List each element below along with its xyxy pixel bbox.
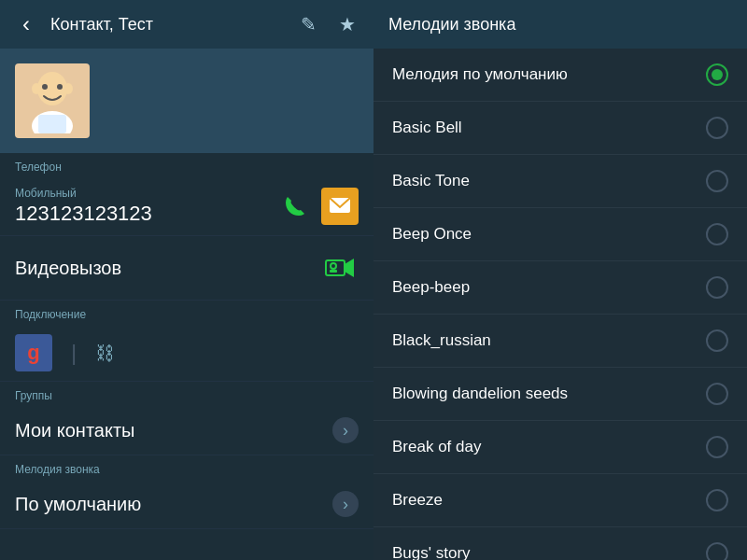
ringtone-list-item[interactable]: Black_russian — [374, 315, 747, 368]
ringtone-header-title: Мелодии звонка — [388, 15, 515, 35]
video-call-row[interactable]: Видеовызов — [0, 236, 374, 301]
top-bar: ‹ Контакт, Тест ✎ ★ — [0, 0, 374, 49]
ringtone-item-label: Blowing dandelion seeds — [392, 385, 706, 403]
contact-header — [0, 49, 374, 153]
svg-point-4 — [42, 84, 48, 90]
message-button[interactable] — [321, 188, 359, 225]
ringtone-list-item[interactable]: Breeze — [374, 474, 747, 527]
call-button[interactable] — [276, 188, 314, 225]
ringtone-item-label: Basic Tone — [392, 172, 706, 190]
video-call-label: Видеовызов — [15, 258, 314, 279]
radio-button[interactable] — [706, 436, 728, 458]
group-row[interactable]: Мои контакты › — [0, 406, 374, 455]
svg-point-5 — [57, 84, 63, 90]
connection-section-label: Подключение — [0, 301, 374, 325]
phone-sub-label: Мобильный — [15, 187, 269, 200]
ringtone-list-item[interactable]: Break of day — [374, 421, 747, 474]
avatar — [15, 63, 90, 138]
radio-button[interactable] — [706, 329, 728, 352]
divider: | — [71, 340, 77, 366]
ringtone-value: По умолчанию — [15, 494, 332, 515]
ringtone-item-label: Break of day — [392, 438, 706, 456]
radio-button[interactable] — [706, 276, 728, 299]
svg-point-2 — [32, 83, 41, 94]
ringtone-header: Мелодии звонка — [374, 0, 747, 49]
radio-button[interactable] — [706, 383, 728, 405]
ringtone-item-label: Black_russian — [392, 331, 706, 350]
ringtone-list: Мелодия по умолчаниюBasic BellBasic Tone… — [374, 49, 747, 560]
radio-button[interactable] — [706, 223, 728, 245]
left-panel: ‹ Контакт, Тест ✎ ★ — [0, 0, 374, 560]
ringtone-list-item[interactable]: Beep-beep — [374, 261, 747, 315]
ringtone-item-label: Basic Bell — [392, 119, 706, 137]
svg-rect-11 — [330, 270, 337, 273]
group-chevron-icon[interactable]: › — [332, 417, 359, 443]
phone-field-row: Мобильный 123123123123 — [0, 177, 374, 236]
ringtone-list-item[interactable]: Beep Once — [374, 208, 747, 261]
edit-icon[interactable]: ✎ — [293, 13, 323, 35]
group-value: Мои контакты — [15, 420, 332, 441]
ringtone-list-item[interactable]: Basic Bell — [374, 102, 747, 155]
ringtone-list-item[interactable]: Basic Tone — [374, 155, 747, 208]
ringtone-item-label: Мелодия по умолчанию — [392, 65, 706, 84]
phone-section-label: Телефон — [0, 153, 374, 177]
svg-marker-10 — [345, 259, 354, 277]
video-call-button[interactable] — [321, 249, 359, 287]
connection-row: g | ⛓ — [0, 325, 374, 382]
ringtone-item-label: Bugs' story — [392, 544, 706, 560]
star-icon[interactable]: ★ — [332, 13, 362, 35]
groups-section-label: Группы — [0, 382, 374, 406]
radio-button[interactable] — [706, 489, 728, 511]
radio-button[interactable] — [706, 63, 728, 86]
svg-point-3 — [63, 83, 73, 94]
ringtone-list-item[interactable]: Мелодия по умолчанию — [374, 49, 747, 102]
ringtone-chevron-icon[interactable]: › — [332, 491, 359, 517]
ringtone-item-label: Beep Once — [392, 225, 706, 244]
radio-button[interactable] — [706, 117, 728, 139]
phone-number: 123123123123 — [15, 202, 269, 226]
link-icon: ⛓ — [95, 343, 114, 364]
ringtone-row[interactable]: По умолчанию › — [0, 480, 374, 529]
right-panel: Мелодии звонка Мелодия по умолчаниюBasic… — [374, 0, 747, 560]
ringtone-list-item[interactable]: Bugs' story — [374, 527, 747, 560]
back-icon[interactable]: ‹ — [11, 11, 41, 37]
ringtone-item-label: Beep-beep — [392, 278, 706, 297]
svg-rect-7 — [38, 115, 66, 133]
radio-button[interactable] — [706, 170, 728, 192]
ringtone-item-label: Breeze — [392, 491, 706, 510]
contact-name: Контакт, Тест — [50, 15, 284, 35]
radio-button[interactable] — [706, 542, 728, 560]
phone-field-content: Мобильный 123123123123 — [15, 187, 269, 226]
ringtone-section-label: Мелодия звонка — [0, 455, 374, 480]
ringtone-list-item[interactable]: Blowing dandelion seeds — [374, 368, 747, 421]
google-icon[interactable]: g — [15, 334, 52, 371]
svg-point-12 — [331, 263, 336, 269]
